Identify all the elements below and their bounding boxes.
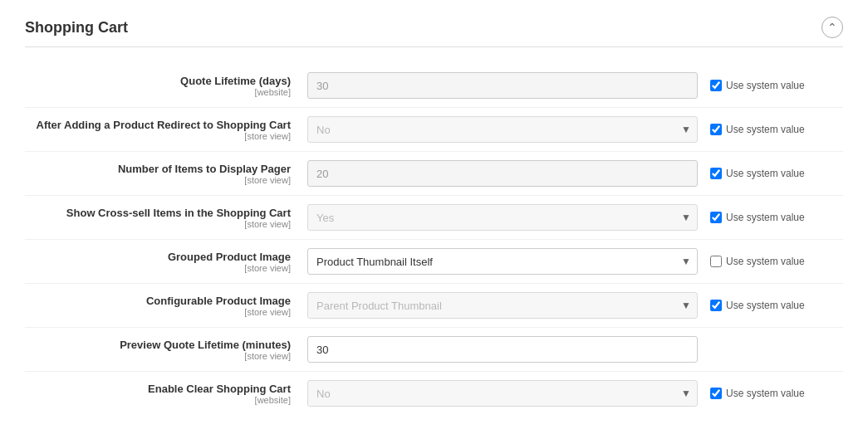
system-col-redirect-to-cart: Use system value	[710, 124, 843, 135]
select-redirect-to-cart[interactable]: NoYes	[307, 116, 698, 143]
label-scope-enable-clear-cart: [website]	[25, 395, 291, 405]
form-row-redirect-to-cart: After Adding a Product Redirect to Shopp…	[25, 108, 843, 152]
label-main-redirect-to-cart: After Adding a Product Redirect to Shopp…	[25, 119, 291, 131]
label-scope-preview-quote-lifetime: [store view]	[25, 351, 291, 361]
label-col-enable-clear-cart: Enable Clear Shopping Cart[website]	[25, 383, 307, 405]
system-label-quote-lifetime: Use system value	[726, 80, 805, 91]
input-preview-quote-lifetime[interactable]	[307, 336, 698, 363]
system-checkbox-configurable-product-image[interactable]	[710, 300, 722, 311]
label-col-quote-lifetime: Quote Lifetime (days)[website]	[25, 75, 307, 97]
label-col-configurable-product-image: Configurable Product Image[store view]	[25, 295, 307, 317]
system-col-items-pager: Use system value	[710, 168, 843, 179]
select-wrapper-enable-clear-cart: NoYes▼	[307, 380, 698, 407]
section-title: Shopping Cart	[25, 19, 128, 37]
system-col-enable-clear-cart: Use system value	[710, 388, 843, 399]
system-checkbox-redirect-to-cart[interactable]	[710, 124, 722, 135]
label-scope-grouped-product-image: [store view]	[25, 263, 291, 273]
select-wrapper-configurable-product-image: Parent Product ThumbnailProduct Thumbnai…	[307, 292, 698, 319]
form-row-configurable-product-image: Configurable Product Image[store view]Pa…	[25, 284, 843, 328]
system-label-grouped-product-image: Use system value	[726, 256, 805, 267]
input-col-enable-clear-cart: NoYes▼	[307, 380, 710, 407]
form-row-quote-lifetime: Quote Lifetime (days)[website]Use system…	[25, 64, 843, 108]
input-col-redirect-to-cart: NoYes▼	[307, 116, 710, 143]
system-checkbox-items-pager[interactable]	[710, 168, 722, 179]
system-checkbox-cross-sell[interactable]	[710, 212, 722, 223]
label-col-preview-quote-lifetime: Preview Quote Lifetime (minutes)[store v…	[25, 339, 307, 361]
form-row-enable-clear-cart: Enable Clear Shopping Cart[website]NoYes…	[25, 372, 843, 415]
input-col-grouped-product-image: Product Thumbnail ItselfParent Product T…	[307, 248, 710, 275]
label-col-items-pager: Number of Items to Display Pager[store v…	[25, 163, 307, 185]
page-container: Shopping Cart ⌃ Quote Lifetime (days)[we…	[0, 0, 868, 432]
select-grouped-product-image[interactable]: Product Thumbnail ItselfParent Product T…	[307, 248, 698, 275]
system-checkbox-grouped-product-image[interactable]	[710, 256, 722, 267]
label-col-cross-sell: Show Cross-sell Items in the Shopping Ca…	[25, 207, 307, 229]
label-scope-quote-lifetime: [website]	[25, 87, 291, 97]
select-wrapper-cross-sell: YesNo▼	[307, 204, 698, 231]
system-checkbox-quote-lifetime[interactable]	[710, 80, 722, 91]
system-label-redirect-to-cart: Use system value	[726, 124, 805, 135]
section-header: Shopping Cart ⌃	[25, 17, 843, 47]
input-col-cross-sell: YesNo▼	[307, 204, 710, 231]
system-label-cross-sell: Use system value	[726, 212, 805, 223]
system-col-configurable-product-image: Use system value	[710, 300, 843, 311]
input-quote-lifetime[interactable]	[307, 72, 698, 99]
label-main-enable-clear-cart: Enable Clear Shopping Cart	[25, 383, 291, 395]
collapse-button[interactable]: ⌃	[821, 17, 843, 38]
form-row-items-pager: Number of Items to Display Pager[store v…	[25, 152, 843, 196]
input-col-preview-quote-lifetime	[307, 336, 710, 363]
select-enable-clear-cart[interactable]: NoYes	[307, 380, 698, 407]
input-col-configurable-product-image: Parent Product ThumbnailProduct Thumbnai…	[307, 292, 710, 319]
system-label-enable-clear-cart: Use system value	[726, 388, 805, 399]
label-scope-configurable-product-image: [store view]	[25, 307, 291, 317]
label-main-quote-lifetime: Quote Lifetime (days)	[25, 75, 291, 87]
system-col-grouped-product-image: Use system value	[710, 256, 843, 267]
system-label-items-pager: Use system value	[726, 168, 805, 179]
label-col-redirect-to-cart: After Adding a Product Redirect to Shopp…	[25, 119, 307, 141]
form-rows-container: Quote Lifetime (days)[website]Use system…	[25, 64, 843, 415]
select-cross-sell[interactable]: YesNo	[307, 204, 698, 231]
label-scope-items-pager: [store view]	[25, 175, 291, 185]
form-row-cross-sell: Show Cross-sell Items in the Shopping Ca…	[25, 196, 843, 240]
system-checkbox-enable-clear-cart[interactable]	[710, 388, 722, 399]
system-col-cross-sell: Use system value	[710, 212, 843, 223]
form-row-grouped-product-image: Grouped Product Image[store view]Product…	[25, 240, 843, 284]
label-main-items-pager: Number of Items to Display Pager	[25, 163, 291, 175]
system-col-quote-lifetime: Use system value	[710, 80, 843, 91]
select-configurable-product-image[interactable]: Parent Product ThumbnailProduct Thumbnai…	[307, 292, 698, 319]
select-wrapper-grouped-product-image: Product Thumbnail ItselfParent Product T…	[307, 248, 698, 275]
label-main-configurable-product-image: Configurable Product Image	[25, 295, 291, 307]
input-items-pager[interactable]	[307, 160, 698, 187]
input-col-quote-lifetime	[307, 72, 710, 99]
label-scope-cross-sell: [store view]	[25, 219, 291, 229]
label-scope-redirect-to-cart: [store view]	[25, 131, 291, 141]
label-col-grouped-product-image: Grouped Product Image[store view]	[25, 251, 307, 273]
system-label-configurable-product-image: Use system value	[726, 300, 805, 311]
form-row-preview-quote-lifetime: Preview Quote Lifetime (minutes)[store v…	[25, 328, 843, 372]
input-col-items-pager	[307, 160, 710, 187]
label-main-grouped-product-image: Grouped Product Image	[25, 251, 291, 263]
label-main-cross-sell: Show Cross-sell Items in the Shopping Ca…	[25, 207, 291, 219]
select-wrapper-redirect-to-cart: NoYes▼	[307, 116, 698, 143]
label-main-preview-quote-lifetime: Preview Quote Lifetime (minutes)	[25, 339, 291, 351]
